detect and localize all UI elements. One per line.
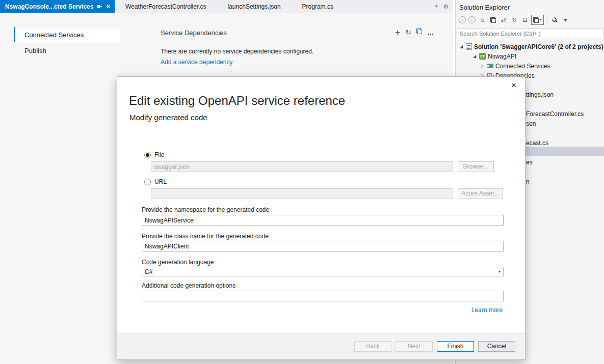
tab-label: NswagConsole...cted Services (5, 3, 93, 10)
options-input[interactable] (142, 291, 504, 301)
tree-item-clipped[interactable]: n (526, 178, 530, 186)
home-icon[interactable]: ⌂ (478, 15, 487, 24)
tab-strip: NswagConsole...cted Services × WeatherFo… (0, 0, 453, 13)
tree-label: Solution 'SwaggerAPICore6' (2 of 2 proje… (474, 43, 603, 50)
tree-item-nswagapi[interactable]: ◢ C# NswagAPI (472, 51, 516, 61)
tree-label: Connected Services (495, 63, 550, 70)
chevron-down-icon: ▾ (498, 269, 501, 274)
file-path-input[interactable] (151, 161, 453, 172)
toolbar-separator (547, 16, 547, 23)
close-icon[interactable]: × (106, 3, 110, 10)
nav-label: Publish (24, 47, 46, 54)
chevron-down-icon: ▾ (540, 18, 542, 22)
sync-with-active-document-icon[interactable]: ⇄ (499, 15, 508, 24)
collapse-all-icon[interactable]: ⊟ (520, 15, 530, 24)
tree-item-clipped[interactable]: ttings.json (526, 91, 554, 99)
dialog-subtitle: Modify generated code (129, 113, 207, 122)
tab-launchsettings[interactable]: launchSettings.json (217, 0, 292, 13)
squares-glyph (416, 29, 422, 34)
service-dependencies-header: Service Dependencies (161, 29, 227, 37)
tree-item-clipped[interactable]: ecast.cs (526, 139, 548, 147)
url-radio[interactable] (144, 179, 151, 185)
expander-collapsed-icon[interactable]: ▷ (480, 64, 485, 68)
browse-button[interactable]: Browse... (458, 161, 494, 172)
next-button[interactable]: Next (396, 341, 433, 352)
tree-item-clipped[interactable]: es (526, 159, 533, 166)
squares-glyph (533, 17, 539, 23)
language-selected-value: C# (145, 268, 152, 275)
add-dependency-icon[interactable]: + (395, 28, 400, 37)
dialog-title: Edit existing OpenAPI service reference (129, 94, 345, 108)
file-radio-label: File (154, 151, 164, 158)
more-options-icon[interactable]: … (427, 29, 434, 36)
class-name-label: Provide the class name for the generated… (142, 233, 269, 240)
tree-item-clipped[interactable]: ForecastController.cs (526, 110, 584, 118)
cancel-button[interactable]: Cancel (478, 341, 515, 352)
expander-expanded-icon[interactable]: ◢ (459, 44, 464, 49)
url-input[interactable] (151, 188, 453, 199)
tab-program[interactable]: Program.cs (292, 0, 344, 13)
refresh-icon[interactable]: ↻ (510, 15, 519, 24)
expander-expanded-icon[interactable]: ◢ (472, 54, 477, 59)
properties-wrench-icon[interactable] (550, 15, 560, 24)
refresh-icon[interactable]: ↻ (405, 29, 411, 36)
nav-item-publish[interactable]: Publish (24, 47, 46, 54)
show-all-files-icon[interactable]: ▾ (531, 15, 544, 25)
panel-title: Solution Explorer (459, 4, 510, 11)
tab-label: WeatherForecastController.cs (125, 3, 206, 10)
wrench-glyph (552, 17, 558, 23)
solution-explorer-toolbar: ‹ › ⌂ ⇄ ↻ ⊟ ▾ ▾ (458, 14, 570, 25)
class-name-input[interactable] (142, 241, 504, 251)
gear-icon[interactable]: ⚙ (443, 3, 449, 10)
tab-strip-controls: ▼ ⚙ (434, 0, 449, 13)
language-label: Code generation language (142, 259, 214, 266)
tab-connected-services[interactable]: NswagConsole...cted Services × (0, 0, 115, 13)
tree-label: NswagAPI (488, 53, 516, 60)
finish-button[interactable]: Finish (437, 341, 474, 352)
nav-label: Connected Services (24, 31, 84, 39)
nav-item-connected-services[interactable]: Connected Services (14, 27, 120, 42)
tab-list-caret-icon[interactable]: ▼ (434, 4, 438, 9)
tab-weatherforecastcontroller[interactable]: WeatherForecastController.cs (115, 0, 217, 13)
tree-item-connected-services[interactable]: ▷ Connected Services (480, 61, 550, 71)
empty-state-message: There are currently no service dependenc… (161, 48, 313, 55)
tab-label: Program.cs (302, 3, 333, 10)
switch-views-icon[interactable] (488, 15, 497, 24)
back-icon[interactable]: ‹ (459, 16, 466, 23)
open-endpoints-icon[interactable] (416, 29, 422, 36)
edit-openapi-reference-dialog: × Edit existing OpenAPI service referenc… (117, 76, 526, 360)
namespace-label: Provide the namespace for the generated … (142, 206, 269, 213)
service-dependencies-toolbar: + ↻ … (395, 27, 434, 37)
csharp-project-icon: C# (479, 53, 486, 60)
language-dropdown[interactable]: C# ▾ (142, 267, 504, 276)
close-icon[interactable]: × (509, 81, 518, 90)
solution-icon (466, 43, 472, 50)
forward-icon[interactable]: › (468, 16, 476, 23)
connected-services-plug-icon (489, 64, 493, 68)
url-radio-label: URL (154, 178, 167, 185)
azure-asset-button[interactable]: Azure Asset... (458, 188, 503, 199)
squares-glyph (490, 17, 496, 23)
dialog-footer: Back Next Finish Cancel (117, 333, 525, 359)
back-button[interactable]: Back (354, 341, 391, 352)
learn-more-link[interactable]: Learn more (471, 306, 503, 314)
namespace-input[interactable] (142, 215, 504, 226)
add-service-dependency-link[interactable]: Add a service dependency (161, 59, 232, 66)
search-input[interactable] (457, 29, 603, 38)
options-label: Additional code generation options (142, 282, 235, 289)
file-radio[interactable] (144, 152, 151, 158)
tree-item-clipped[interactable]: son (526, 120, 536, 128)
pin-icon[interactable] (97, 4, 102, 9)
toolbar-overflow-icon[interactable]: ▾ (561, 15, 570, 24)
tab-label: launchSettings.json (228, 3, 281, 10)
tree-item-solution[interactable]: ◢ Solution 'SwaggerAPICore6' (2 of 2 pro… (459, 42, 603, 51)
